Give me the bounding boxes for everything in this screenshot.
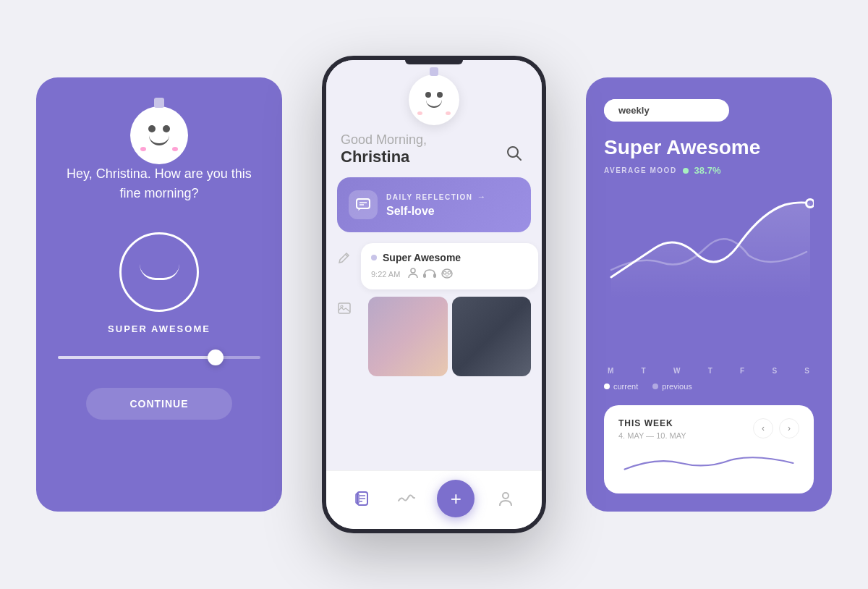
day-F: F bbox=[740, 367, 745, 375]
phone-right-eye bbox=[437, 92, 443, 98]
phone-face bbox=[425, 92, 443, 108]
this-week-card: THIS WEEK 4. MAY — 10. MAY ‹ › bbox=[604, 405, 814, 493]
person-icon bbox=[407, 268, 419, 278]
reflection-title-row: DAILY REFLECTION → bbox=[386, 192, 519, 202]
image-icon-timeline bbox=[333, 297, 355, 319]
pencil-icon bbox=[339, 252, 350, 263]
image-icon bbox=[338, 302, 351, 314]
phone-greeting-block: Good Morning, Christina bbox=[341, 132, 427, 166]
phone-name: Christina bbox=[341, 148, 427, 166]
journal-timeline bbox=[333, 243, 355, 470]
robot-eyes bbox=[148, 125, 170, 132]
monthly-toggle[interactable]: monthly bbox=[664, 99, 730, 122]
dark-image bbox=[452, 297, 532, 376]
search-button[interactable] bbox=[501, 140, 527, 166]
day-S1: S bbox=[772, 367, 778, 375]
owl-icon bbox=[441, 268, 454, 279]
svg-point-21 bbox=[503, 493, 509, 499]
slider-track bbox=[58, 356, 260, 359]
reflection-title: DAILY REFLECTION bbox=[386, 193, 473, 201]
phone-smile bbox=[426, 100, 442, 108]
phone-eyes bbox=[425, 92, 443, 98]
phone-right-blush bbox=[446, 111, 451, 115]
right-blush bbox=[172, 147, 178, 151]
phone-notch bbox=[405, 60, 463, 64]
bottom-nav: + bbox=[326, 470, 542, 529]
day-S2: S bbox=[804, 367, 810, 375]
svg-rect-12 bbox=[433, 274, 436, 278]
svg-point-14 bbox=[443, 271, 446, 274]
day-T2: T bbox=[708, 367, 713, 375]
left-avatar bbox=[130, 106, 188, 164]
chart-legend: current previous bbox=[604, 382, 814, 391]
daily-reflection-card[interactable]: DAILY REFLECTION → Self-love bbox=[337, 177, 531, 232]
mood-circle bbox=[119, 232, 199, 312]
svg-point-9 bbox=[341, 305, 343, 308]
tag-people bbox=[407, 268, 419, 281]
left-eye bbox=[148, 125, 156, 132]
right-eye bbox=[163, 125, 170, 132]
tag-owl bbox=[441, 268, 454, 281]
edit-icon bbox=[333, 247, 355, 268]
prev-week-button[interactable]: ‹ bbox=[753, 418, 773, 438]
add-entry-button[interactable]: + bbox=[437, 480, 475, 517]
scene: Hey, Christina. How are you this fine mo… bbox=[36, 23, 832, 566]
week-nav[interactable]: ‹ › bbox=[753, 418, 799, 438]
reflection-icon bbox=[349, 190, 378, 219]
antenna-icon bbox=[154, 98, 164, 108]
svg-rect-11 bbox=[423, 274, 426, 278]
weekly-toggle[interactable]: weekly bbox=[604, 99, 664, 122]
day-T1: T bbox=[642, 367, 647, 375]
reflection-topic: Self-love bbox=[386, 205, 519, 218]
nav-stats-button[interactable] bbox=[393, 486, 420, 512]
entry-meta: 9:22 AM bbox=[371, 268, 528, 281]
headphones-icon bbox=[423, 268, 436, 278]
phone-antenna bbox=[430, 67, 438, 76]
day-labels: M T W T F S S bbox=[604, 367, 814, 375]
photo-dark bbox=[452, 297, 532, 376]
phone-header: Good Morning, Christina bbox=[326, 125, 542, 177]
journal-entry-card[interactable]: Super Awesome 9:22 AM bbox=[361, 243, 538, 289]
next-week-button[interactable]: › bbox=[779, 418, 799, 438]
phone-left-blush bbox=[417, 111, 422, 115]
mood-smile-icon bbox=[140, 264, 179, 280]
svg-point-10 bbox=[411, 268, 415, 273]
mood-slider[interactable] bbox=[58, 356, 260, 359]
legend-current-label: current bbox=[613, 382, 638, 391]
legend-previous-label: previous bbox=[662, 382, 692, 391]
add-icon: + bbox=[451, 489, 461, 508]
journal-entries: Super Awesome 9:22 AM bbox=[361, 243, 538, 470]
slider-thumb[interactable] bbox=[208, 349, 224, 365]
phone-left-eye bbox=[425, 92, 431, 98]
right-card: weekly monthly Super Awesome AVERAGE MOO… bbox=[586, 77, 832, 512]
phone-avatar bbox=[409, 75, 459, 125]
robot-smile bbox=[149, 135, 169, 145]
nav-journal-button[interactable] bbox=[349, 486, 375, 512]
greeting-text: Hey, Christina. How are you this fine mo… bbox=[58, 164, 260, 203]
entry-tags bbox=[407, 268, 454, 281]
entry-time: 9:22 AM bbox=[371, 270, 400, 279]
phone-greeting: Good Morning, bbox=[341, 132, 427, 148]
legend-dot-current bbox=[604, 384, 610, 389]
left-card: Hey, Christina. How are you this fine mo… bbox=[36, 77, 282, 512]
phone-header-row: Good Morning, Christina bbox=[341, 132, 527, 166]
entry-title-row: Super Awesome bbox=[371, 252, 528, 263]
journal-area: Super Awesome 9:22 AM bbox=[326, 243, 542, 470]
tag-headphones bbox=[423, 268, 436, 281]
toggle-row: weekly monthly bbox=[604, 99, 814, 122]
week-mini-chart bbox=[618, 449, 799, 478]
slider-fill bbox=[58, 356, 216, 359]
right-title: Super Awesome bbox=[604, 136, 814, 159]
avg-mood-value: 38.7% bbox=[694, 165, 721, 176]
legend-dot-previous bbox=[652, 384, 658, 389]
mood-stat-row: AVERAGE MOOD 38.7% bbox=[604, 165, 814, 176]
continue-button[interactable]: CONTINUE bbox=[86, 388, 231, 420]
nav-profile-button[interactable] bbox=[493, 486, 519, 512]
mood-chart bbox=[604, 190, 814, 299]
reflection-arrow: → bbox=[477, 192, 486, 202]
reflection-content: DAILY REFLECTION → Self-love bbox=[386, 192, 519, 218]
journal-nav-icon bbox=[354, 491, 370, 507]
period-toggle[interactable]: weekly monthly bbox=[604, 99, 729, 122]
center-phone: Good Morning, Christina bbox=[322, 56, 546, 533]
photo-flowers bbox=[368, 297, 448, 376]
